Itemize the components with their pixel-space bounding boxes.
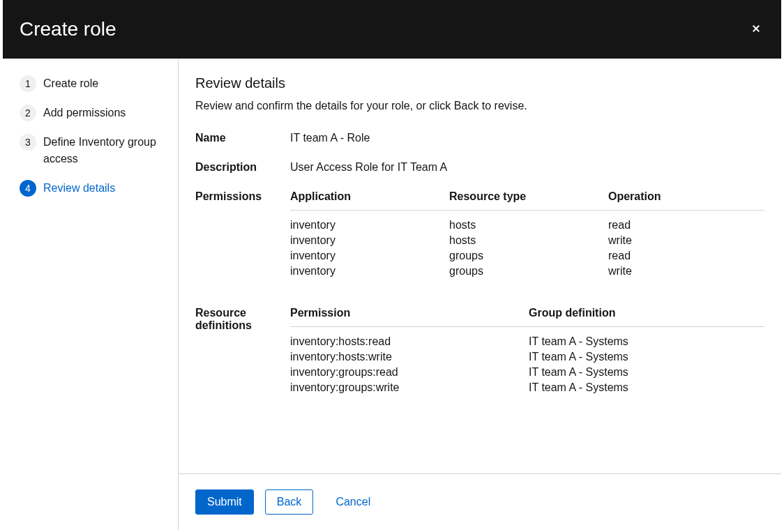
cell-permission: inventory:groups:read <box>290 366 529 379</box>
detail-row-name: Name IT team A - Role <box>195 132 764 144</box>
table-row: inventory:groups:read IT team A - System… <box>290 365 764 380</box>
table-row: inventory hosts read <box>290 218 764 233</box>
cancel-button[interactable]: Cancel <box>324 490 382 514</box>
cell-resource-type: hosts <box>449 234 608 247</box>
step-label: Add permissions <box>43 105 126 121</box>
step-review-details[interactable]: 4 Review details <box>20 180 161 197</box>
step-label: Create role <box>43 75 98 92</box>
cell-operation: write <box>608 234 764 247</box>
resource-definitions-table: Permission Group definition inventory:ho… <box>290 307 764 395</box>
cell-resource-type: groups <box>449 250 608 262</box>
wizard-footer: Submit Back Cancel <box>179 473 781 530</box>
col-permission: Permission <box>290 307 529 319</box>
modal-header: Create role <box>3 0 781 59</box>
step-add-permissions[interactable]: 2 Add permissions <box>20 105 161 121</box>
cell-application: inventory <box>290 250 449 262</box>
permissions-header: Application Resource type Operation <box>290 190 764 211</box>
cell-application: inventory <box>290 265 449 278</box>
cell-group: IT team A - Systems <box>529 381 764 394</box>
cell-operation: write <box>608 265 764 278</box>
cell-resource-type: groups <box>449 265 608 278</box>
step-number: 3 <box>20 134 36 151</box>
detail-row-permissions: Permissions Application Resource type Op… <box>195 190 764 279</box>
detail-label: Permissions <box>195 190 290 279</box>
cell-permission: inventory:groups:write <box>290 381 529 394</box>
resdef-header: Permission Group definition <box>290 307 764 327</box>
table-row: inventory:hosts:write IT team A - System… <box>290 349 764 365</box>
cell-permission: inventory:hosts:read <box>290 335 529 348</box>
cell-resource-type: hosts <box>449 219 608 231</box>
step-create-role[interactable]: 1 Create role <box>20 75 161 92</box>
page-subtitle: Review and confirm the details for your … <box>195 100 764 112</box>
modal: Create role 1 Create role 2 Add permissi… <box>3 0 781 530</box>
detail-row-description: Description User Access Role for IT Team… <box>195 161 764 174</box>
step-define-inventory-group-access[interactable]: 3 Define Inventory group access <box>20 134 161 167</box>
step-label: Define Inventory group access <box>43 134 161 167</box>
content-scroll: Review details Review and confirm the de… <box>179 59 781 473</box>
close-icon[interactable] <box>748 19 764 40</box>
wizard-sidebar: 1 Create role 2 Add permissions 3 Define… <box>3 59 179 530</box>
step-label: Review details <box>43 180 115 197</box>
cell-group: IT team A - Systems <box>529 335 764 348</box>
step-number: 1 <box>20 75 36 92</box>
table-row: inventory:hosts:read IT team A - Systems <box>290 334 764 349</box>
cell-application: inventory <box>290 219 449 231</box>
cell-group: IT team A - Systems <box>529 366 764 379</box>
detail-label: Description <box>195 161 290 174</box>
detail-label: Name <box>195 132 290 144</box>
table-row: inventory groups read <box>290 248 764 264</box>
step-number: 2 <box>20 105 36 121</box>
detail-row-resource-definitions: Resource definitions Permission Group de… <box>195 307 764 395</box>
detail-label: Resource definitions <box>195 307 290 395</box>
table-row: inventory groups write <box>290 264 764 279</box>
step-number: 4 <box>20 180 36 197</box>
modal-body: 1 Create role 2 Add permissions 3 Define… <box>3 59 781 530</box>
page-title: Review details <box>195 75 764 91</box>
table-row: inventory hosts write <box>290 233 764 248</box>
col-resource-type: Resource type <box>449 190 608 203</box>
detail-value-name: IT team A - Role <box>290 132 370 144</box>
permissions-table: Application Resource type Operation inve… <box>290 190 764 279</box>
col-group-definition: Group definition <box>529 307 764 319</box>
cell-operation: read <box>608 250 764 262</box>
main-content: Review details Review and confirm the de… <box>179 59 781 530</box>
cell-application: inventory <box>290 234 449 247</box>
submit-button[interactable]: Submit <box>195 489 254 515</box>
table-row: inventory:groups:write IT team A - Syste… <box>290 380 764 395</box>
modal-title: Create role <box>20 18 116 40</box>
back-button[interactable]: Back <box>265 489 314 515</box>
col-operation: Operation <box>608 190 764 203</box>
cell-operation: read <box>608 219 764 231</box>
col-application: Application <box>290 190 449 203</box>
cell-group: IT team A - Systems <box>529 351 764 363</box>
cell-permission: inventory:hosts:write <box>290 351 529 363</box>
detail-value-description: User Access Role for IT Team A <box>290 161 447 174</box>
